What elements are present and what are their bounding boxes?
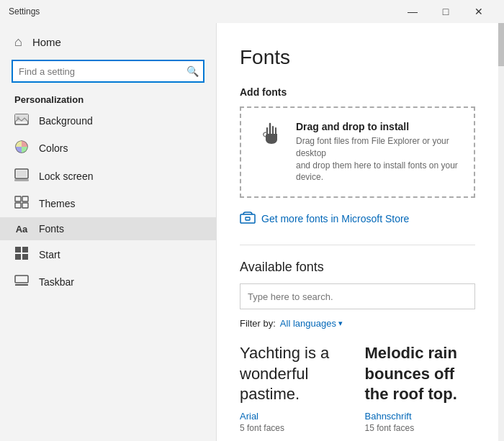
font-card-arial: Yachting is a wonderful pastime. Arial 5… <box>240 343 351 433</box>
search-input[interactable] <box>12 60 204 83</box>
page-title: Fonts <box>240 46 475 69</box>
svg-rect-14 <box>22 254 28 260</box>
background-icon <box>14 114 29 128</box>
fonts-icon: Aa <box>14 224 29 235</box>
svg-rect-11 <box>15 247 21 253</box>
bahnschrift-preview: Melodic rain bounces off the roof top. <box>365 343 476 405</box>
svg-rect-7 <box>15 196 21 201</box>
sidebar-item-taskbar[interactable]: Taskbar <box>0 269 216 295</box>
chevron-down-icon: ▾ <box>338 319 343 328</box>
scroll-thumb[interactable] <box>498 23 504 66</box>
themes-icon <box>14 196 29 212</box>
sidebar-item-lockscreen[interactable]: Lock screen <box>0 163 216 190</box>
svg-rect-9 <box>15 203 21 208</box>
filter-dropdown[interactable]: All languages ▾ <box>280 318 343 329</box>
themes-label: Themes <box>39 198 76 209</box>
svg-rect-16 <box>15 284 28 286</box>
store-link-text: Get more fonts in Microsoft Store <box>261 213 409 224</box>
svg-rect-10 <box>22 203 28 208</box>
personalization-section-label: Personalization <box>0 90 216 108</box>
lockscreen-label: Lock screen <box>39 171 93 182</box>
filter-label: Filter by: <box>240 318 276 329</box>
titlebar-title: Settings <box>9 6 40 17</box>
arial-faces: 5 font faces <box>240 423 351 433</box>
store-link[interactable]: Get more fonts in Microsoft Store <box>240 209 475 227</box>
svg-rect-8 <box>22 196 28 201</box>
svg-rect-18 <box>246 217 250 220</box>
search-container: 🔍 <box>12 60 204 83</box>
close-button[interactable]: ✕ <box>462 0 495 23</box>
main-content: Fonts Add fonts Drag and drop to install… <box>216 23 498 441</box>
app-body: ⌂ Home 🔍 Personalization Background <box>0 23 504 441</box>
font-search-input[interactable] <box>240 283 475 309</box>
svg-rect-12 <box>22 247 28 253</box>
sidebar-item-start[interactable]: Start <box>0 240 216 269</box>
sidebar-item-colors[interactable]: Colors <box>0 134 216 163</box>
svg-rect-17 <box>240 214 255 223</box>
add-fonts-title: Add fonts <box>240 86 475 98</box>
sidebar-item-themes[interactable]: Themes <box>0 190 216 217</box>
scrollbar[interactable] <box>498 23 504 441</box>
divider <box>240 245 475 245</box>
drag-drop-icon <box>256 121 284 150</box>
titlebar: Settings — □ ✕ <box>0 0 504 23</box>
arial-preview: Yachting is a wonderful pastime. <box>240 343 351 405</box>
arial-name[interactable]: Arial <box>240 411 351 422</box>
titlebar-controls: — □ ✕ <box>396 0 495 23</box>
drop-secondary-text: Drag font files from File Explorer or yo… <box>296 135 459 183</box>
home-label: Home <box>32 36 61 48</box>
font-card-bahnschrift: Melodic rain bounces off the roof top. B… <box>365 343 476 433</box>
sidebar-item-background[interactable]: Background <box>0 108 216 134</box>
colors-icon <box>14 140 29 157</box>
maximize-button[interactable]: □ <box>429 0 462 23</box>
drop-primary-text: Drag and drop to install <box>296 121 459 132</box>
search-area: 🔍 <box>0 55 216 90</box>
available-fonts-title: Available fonts <box>240 260 475 275</box>
font-drop-zone[interactable]: Drag and drop to install Drag font files… <box>240 106 475 198</box>
taskbar-icon <box>14 275 29 289</box>
store-icon <box>240 209 256 227</box>
filter-row: Filter by: All languages ▾ <box>240 318 475 329</box>
svg-rect-15 <box>15 276 28 283</box>
bahnschrift-name[interactable]: Bahnschrift <box>365 411 476 422</box>
filter-value: All languages <box>280 318 336 329</box>
home-icon: ⌂ <box>14 35 22 50</box>
bahnschrift-faces: 15 font faces <box>365 423 476 433</box>
minimize-button[interactable]: — <box>396 0 429 23</box>
sidebar: ⌂ Home 🔍 Personalization Background <box>0 23 216 441</box>
sidebar-item-fonts[interactable]: Aa Fonts <box>0 217 216 240</box>
lockscreen-icon <box>14 168 29 184</box>
background-label: Background <box>39 115 93 127</box>
taskbar-label: Taskbar <box>39 276 74 288</box>
sidebar-item-home[interactable]: ⌂ Home <box>0 29 216 55</box>
svg-rect-13 <box>15 254 21 260</box>
svg-rect-6 <box>14 179 29 181</box>
colors-label: Colors <box>39 142 68 154</box>
svg-rect-5 <box>17 171 27 177</box>
fonts-label: Fonts <box>39 223 64 235</box>
start-icon <box>14 246 29 263</box>
drop-zone-text: Drag and drop to install Drag font files… <box>296 121 459 183</box>
fonts-grid: Yachting is a wonderful pastime. Arial 5… <box>240 343 475 433</box>
start-label: Start <box>39 249 60 260</box>
